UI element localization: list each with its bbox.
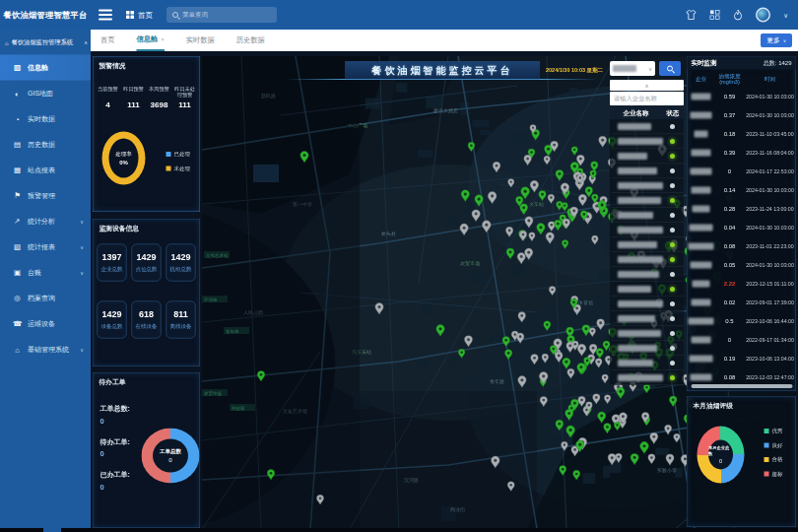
sidebar-item-label: GIS地图 (28, 89, 53, 98)
company-row[interactable] (610, 149, 684, 164)
rating-panel-title: 本月油烟评级 (688, 397, 796, 411)
realtime-row[interactable]: 02024-01-17 22:53:00 (688, 163, 796, 181)
realtime-row[interactable]: 0.142024-01-30 10:03:00 (688, 181, 796, 200)
realtime-row[interactable]: 0.042024-01-30 10:03:00 (688, 219, 796, 237)
company-row[interactable] (610, 341, 684, 356)
home-icon: ⌂ (5, 39, 9, 46)
company-row[interactable] (610, 356, 684, 370)
close-icon[interactable]: × (161, 35, 165, 42)
realtime-row[interactable]: 0.282023-11-24 13:00:00 (688, 200, 796, 219)
layout-icon[interactable] (709, 10, 720, 21)
realtime-row[interactable]: 0.022023-09-01 17:39:00 (688, 294, 796, 312)
sidebar-item-9[interactable]: ◎档案查询 (0, 286, 91, 311)
home-shortcut[interactable]: 首页 (126, 10, 153, 20)
workorder-row-1: 待办工单:0 (100, 425, 130, 458)
sidebar-item-1[interactable]: ◐GIS地图 (0, 81, 91, 106)
top-bar: 餐饮油烟管理智慧平台 首页 菜单查询 ∨ (0, 0, 798, 30)
company-row[interactable] (610, 252, 684, 267)
menu-toggle-icon[interactable] (99, 7, 112, 23)
legend-item: 已处理 (166, 151, 191, 159)
company-row[interactable] (610, 178, 684, 193)
user-menu-chevron-icon[interactable]: ∨ (783, 11, 788, 19)
realtime-row[interactable]: 0.592024-01-30 10:03:00 (688, 88, 796, 106)
realtime-row[interactable]: 2.222023-12-15 01:11:00 (688, 275, 796, 294)
device-panel-title: 监测设备信息 (94, 220, 200, 233)
status-dot (670, 375, 675, 380)
company-select[interactable]: ∨ (610, 61, 655, 76)
status-dot (670, 287, 675, 292)
realtime-row[interactable]: 0.182023-11-10 03:45:00 (688, 125, 796, 144)
svg-text:青年路: 青年路 (490, 378, 504, 384)
sidebar-group-header[interactable]: ⌂ 餐饮油烟监控管理系统 ∧ (0, 30, 91, 55)
status-dot (670, 228, 675, 233)
sidebar-item-5[interactable]: ⚑预警管理 (0, 183, 91, 209)
realtime-row[interactable]: 0.082023-11-01 22:23:00 (688, 237, 796, 256)
company-row[interactable] (610, 119, 684, 134)
company-name-input[interactable]: 请输入企业名称 (610, 92, 684, 105)
flame-icon[interactable] (733, 9, 743, 21)
device-stat-4: 618在线设备 (132, 301, 162, 339)
realtime-row[interactable]: 02022-09-17 01:34:00 (688, 331, 796, 350)
company-row[interactable] (610, 297, 684, 311)
sidebar-item-label: 统计分析 (28, 217, 55, 226)
status-dot (670, 154, 675, 159)
user-avatar[interactable] (756, 8, 770, 23)
company-row[interactable] (610, 370, 684, 385)
select-chevron-icon: ∨ (648, 65, 652, 72)
tab-2[interactable]: 实时数据 (186, 30, 215, 51)
status-dot (670, 346, 675, 351)
sidebar-item-10[interactable]: ☎运维设备 (0, 311, 91, 337)
status-dot (670, 257, 675, 262)
collapse-icon: ∧ (84, 40, 88, 46)
company-row[interactable] (610, 223, 684, 237)
tab-0[interactable]: 首页 (100, 30, 115, 51)
sidebar-group-label: 餐饮油烟监控管理系统 (12, 38, 74, 47)
alarm-stat-3: 昨日未处理预警111 (172, 86, 198, 109)
company-row[interactable] (610, 311, 684, 326)
chevron-down-icon: ∨ (80, 244, 84, 250)
alarm-stat-0: 当前预警4 (96, 86, 121, 109)
list-collapse-bar[interactable]: ∧ (610, 80, 684, 91)
sidebar-item-8[interactable]: ▣台账∨ (0, 260, 91, 286)
company-row[interactable] (610, 134, 684, 149)
realtime-row[interactable]: 0.392023-11-16 08:04:00 (688, 144, 796, 163)
realtime-row[interactable]: 0.052024-01-30 10:03:00 (688, 256, 796, 275)
sidebar-item-icon: ◔ (13, 114, 22, 123)
more-button[interactable]: 更多∨ (761, 33, 792, 47)
app-title: 餐饮油烟管理智慧平台 (0, 10, 91, 21)
company-row[interactable] (610, 193, 684, 208)
legend-item: 合格 (765, 456, 783, 464)
sidebar-item-7[interactable]: ▧统计报表∨ (0, 234, 91, 260)
company-search-button[interactable] (659, 61, 681, 76)
sidebar-item-icon: ↗ (13, 217, 22, 226)
company-row[interactable] (610, 164, 684, 178)
realtime-row[interactable]: 0.192023-10-06 13:04:00 (688, 350, 796, 368)
realtime-total: 总数: 1429 (764, 59, 792, 68)
tab-1[interactable]: 信息舱× (137, 30, 165, 51)
legend-item: 未处理 (166, 165, 191, 172)
alarm-panel: 预警情况 当前预警4昨日预警111本周预警3698昨日未处理预警111 处理率 … (93, 56, 200, 212)
horizontal-scrollbar[interactable] (692, 384, 793, 388)
company-row[interactable] (610, 326, 684, 341)
realtime-row[interactable]: 0.372024-01-30 10:03:00 (688, 106, 796, 125)
svg-text:桥头村: 桥头村 (380, 231, 396, 237)
realtime-title: 实时监测 (692, 59, 717, 68)
company-row[interactable] (610, 267, 684, 282)
sidebar-item-11[interactable]: ⌂基础管理系统∨ (0, 337, 91, 363)
sidebar-item-0[interactable]: ▥信息舱 (0, 55, 91, 81)
tab-3[interactable]: 历史数据 (236, 30, 265, 51)
sidebar-item-6[interactable]: ↗统计分析∨ (0, 209, 91, 234)
menu-search-input[interactable]: 菜单查询 (166, 7, 277, 23)
alarm-panel-title: 预警情况 (94, 57, 200, 71)
company-row[interactable] (610, 208, 684, 223)
sidebar-item-icon: ⚑ (13, 191, 22, 200)
sidebar-item-3[interactable]: ▤历史数据 (0, 132, 91, 158)
sidebar-item-2[interactable]: ◔实时数据 (0, 106, 91, 132)
status-dot (670, 272, 675, 277)
rating-donut: 本月企业总数 0 (698, 427, 745, 484)
theme-shirt-icon[interactable] (686, 10, 697, 21)
company-row[interactable] (610, 237, 684, 252)
company-row[interactable] (610, 282, 684, 297)
realtime-row[interactable]: 0.52023-10-06 16:44:00 (688, 312, 796, 331)
sidebar-item-4[interactable]: ▦站点报表 (0, 158, 91, 183)
